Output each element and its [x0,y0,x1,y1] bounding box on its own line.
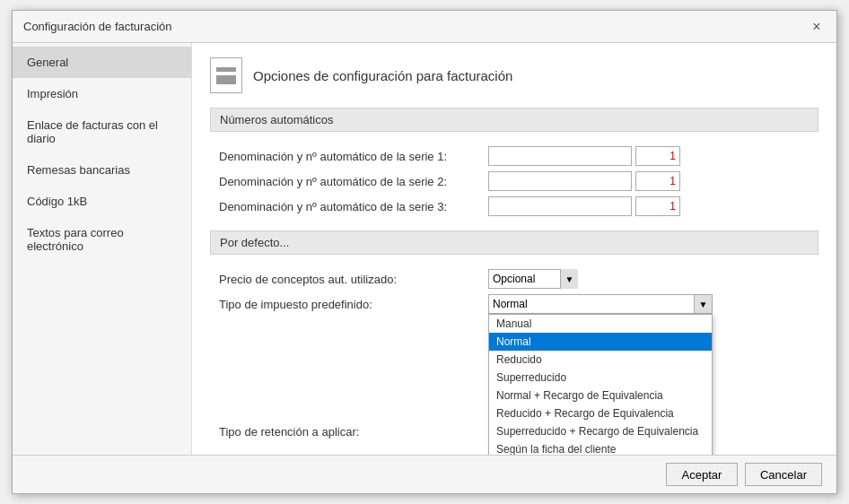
serie3-label: Denominación y nº automático de la serie… [219,200,488,213]
accept-button[interactable]: Aceptar [666,463,738,486]
tipo-option-ficha-cliente[interactable]: Según la ficha del cliente [489,440,712,455]
dialog-title: Configuración de facturación [23,20,172,33]
serie1-number[interactable]: 1 [635,146,680,166]
close-button[interactable]: × [808,18,826,36]
tipo-dropdown-container: Normal ▼ Manual Normal Reducido Superred… [488,294,713,314]
serie2-label: Denominación y nº automático de la serie… [219,175,488,188]
tipo-option-superreducido-recargo[interactable]: Superreducido + Recargo de Equivalencia [489,422,712,440]
serie2-input[interactable] [488,171,632,191]
sidebar-item-general[interactable]: General [13,47,191,78]
serie3-number[interactable]: 1 [635,196,680,216]
dialog-footer: Aceptar Cancelar [13,455,836,493]
tipo-option-reducido[interactable]: Reducido [489,351,712,369]
sidebar-item-codigo[interactable]: Código 1kB [13,186,191,217]
retencion-label: Tipo de retención a aplicar: [219,425,488,439]
serie3-input[interactable] [488,196,632,216]
tipo-option-manual[interactable]: Manual [489,315,712,333]
sidebar-item-impresion[interactable]: Impresión [13,78,191,109]
tipo-select-display[interactable]: Normal ▼ [488,294,713,314]
precio-row: Precio de conceptos aut. utilizado: Opci… [219,269,810,289]
numeros-section-body: Denominación y nº automático de la serie… [210,141,818,230]
pordefecto-section-header: Por defecto... [210,230,818,255]
dialog-body: General Impresión Enlace de facturas con… [13,43,836,455]
cancel-button[interactable]: Cancelar [745,463,822,486]
tipo-option-normal-recargo[interactable]: Normal + Recargo de Equivalencia [489,387,712,404]
serie2-row: Denominación y nº automático de la serie… [219,171,810,191]
serie1-label: Denominación y nº automático de la serie… [219,150,488,163]
tipo-dropdown-arrow: ▼ [694,295,712,313]
tipo-selected-value: Normal [489,297,694,311]
tipo-row: Tipo de impuesto predefinido: Normal ▼ M… [219,294,810,314]
dialog: Configuración de facturación × General I… [12,10,837,494]
precio-select[interactable]: Opcional Precio 1 Precio 2 Precio 3 [488,269,578,289]
main-content: Opciones de configuración para facturaci… [192,43,836,455]
serie1-row: Denominación y nº automático de la serie… [219,146,810,166]
tipo-dropdown-menu: Manual Normal Reducido Superreducido Nor… [488,314,713,455]
page-header: Opciones de configuración para facturaci… [210,57,818,93]
serie2-number[interactable]: 1 [635,171,680,191]
sidebar-item-remesas[interactable]: Remesas bancarias [13,154,191,186]
numeros-section-header: Números automáticos [210,108,818,132]
serie3-row: Denominación y nº automático de la serie… [219,196,810,216]
tipo-option-superreducido[interactable]: Superreducido [489,369,712,387]
tipo-option-reducido-recargo[interactable]: Reducido + Recargo de Equivalencia [489,404,712,422]
sidebar-item-textos[interactable]: Textos para correo electrónico [13,217,191,262]
page-icon-line [216,75,236,80]
page-title: Opciones de configuración para facturaci… [253,68,512,83]
page-icon [210,57,242,93]
precio-label: Precio de conceptos aut. utilizado: [219,273,488,286]
precio-select-wrapper: Opcional Precio 1 Precio 2 Precio 3 ▼ [488,269,578,289]
tipo-option-normal[interactable]: Normal [489,333,712,351]
tipo-label: Tipo de impuesto predefinido: [219,298,488,311]
pordefecto-section-body: Precio de conceptos aut. utilizado: Opci… [210,264,818,455]
serie1-input[interactable] [488,146,632,166]
sidebar-item-enlace[interactable]: Enlace de facturas con el diario [13,109,191,154]
title-bar: Configuración de facturación × [13,11,836,43]
sidebar: General Impresión Enlace de facturas con… [13,43,192,455]
